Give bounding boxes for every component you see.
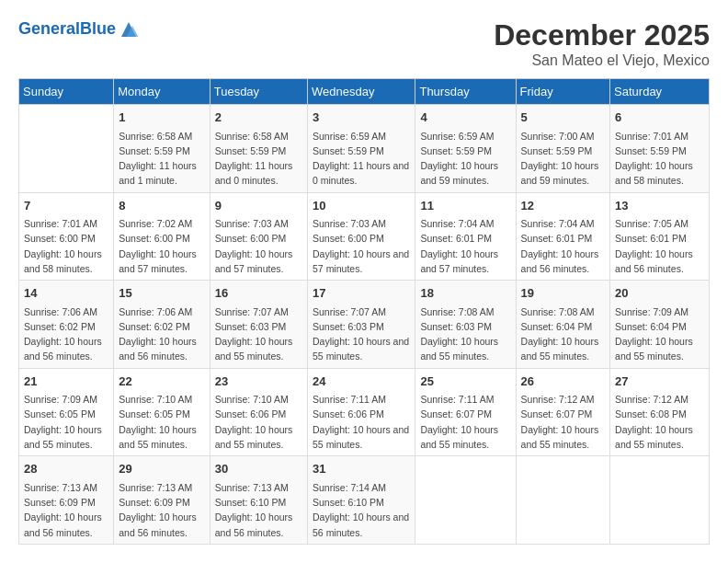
calendar-table: SundayMondayTuesdayWednesdayThursdayFrid… — [18, 78, 710, 545]
calendar-cell: 7Sunrise: 7:01 AMSunset: 6:00 PMDaylight… — [19, 192, 114, 281]
day-number: 26 — [521, 373, 606, 391]
day-number: 1 — [119, 109, 204, 127]
calendar-cell: 18Sunrise: 7:08 AMSunset: 6:03 PMDayligh… — [415, 281, 516, 369]
calendar-cell — [19, 105, 114, 193]
day-info: Sunrise: 7:04 AMSunset: 6:01 PMDaylight:… — [420, 216, 510, 276]
day-number: 18 — [420, 284, 510, 303]
calendar-cell: 6Sunrise: 7:01 AMSunset: 5:59 PMDaylight… — [610, 105, 710, 193]
day-number: 23 — [215, 373, 302, 391]
calendar-cell — [415, 456, 516, 545]
calendar-cell: 22Sunrise: 7:10 AMSunset: 6:05 PMDayligh… — [114, 368, 210, 456]
header-day-wednesday: Wednesday — [308, 79, 415, 105]
header-day-sunday: Sunday — [19, 79, 114, 105]
calendar-cell: 3Sunrise: 6:59 AMSunset: 5:59 PMDaylight… — [308, 105, 415, 193]
calendar-header-row: SundayMondayTuesdayWednesdayThursdayFrid… — [19, 79, 710, 105]
day-info: Sunrise: 7:08 AMSunset: 6:04 PMDaylight:… — [521, 304, 606, 364]
calendar-cell: 12Sunrise: 7:04 AMSunset: 6:01 PMDayligh… — [516, 192, 610, 281]
calendar-cell — [516, 456, 610, 545]
calendar-cell: 10Sunrise: 7:03 AMSunset: 6:00 PMDayligh… — [308, 192, 415, 281]
day-number: 24 — [313, 373, 410, 391]
day-number: 2 — [215, 109, 302, 127]
day-info: Sunrise: 7:06 AMSunset: 6:02 PMDaylight:… — [24, 304, 108, 364]
day-info: Sunrise: 7:03 AMSunset: 6:00 PMDaylight:… — [215, 216, 302, 276]
calendar-cell: 13Sunrise: 7:05 AMSunset: 6:01 PMDayligh… — [610, 192, 710, 281]
header-day-tuesday: Tuesday — [210, 79, 307, 105]
day-info: Sunrise: 7:10 AMSunset: 6:05 PMDaylight:… — [119, 392, 204, 452]
day-number: 30 — [215, 460, 302, 478]
calendar-cell: 4Sunrise: 6:59 AMSunset: 5:59 PMDaylight… — [415, 105, 516, 193]
day-info: Sunrise: 7:10 AMSunset: 6:06 PMDaylight:… — [215, 392, 302, 452]
calendar-cell: 23Sunrise: 7:10 AMSunset: 6:06 PMDayligh… — [210, 368, 307, 456]
day-number: 28 — [24, 460, 108, 478]
logo-icon — [118, 18, 140, 40]
week-row-1: 1Sunrise: 6:58 AMSunset: 5:59 PMDaylight… — [19, 105, 710, 193]
week-row-3: 14Sunrise: 7:06 AMSunset: 6:02 PMDayligh… — [19, 281, 710, 369]
calendar-cell: 14Sunrise: 7:06 AMSunset: 6:02 PMDayligh… — [19, 281, 114, 369]
day-number: 31 — [313, 460, 410, 478]
day-info: Sunrise: 7:11 AMSunset: 6:07 PMDaylight:… — [420, 392, 510, 452]
day-number: 11 — [420, 197, 510, 215]
day-number: 13 — [615, 197, 704, 215]
title-block: December 2025 San Mateo el Viejo, Mexico — [494, 18, 710, 69]
day-info: Sunrise: 7:07 AMSunset: 6:03 PMDaylight:… — [215, 304, 302, 364]
day-number: 17 — [313, 284, 410, 303]
day-info: Sunrise: 7:01 AMSunset: 6:00 PMDaylight:… — [24, 216, 108, 276]
location: San Mateo el Viejo, Mexico — [494, 52, 710, 69]
day-info: Sunrise: 7:04 AMSunset: 6:01 PMDaylight:… — [521, 216, 606, 276]
day-info: Sunrise: 6:58 AMSunset: 5:59 PMDaylight:… — [119, 129, 204, 189]
day-number: 10 — [313, 197, 410, 215]
day-number: 21 — [24, 373, 108, 391]
calendar-cell: 2Sunrise: 6:58 AMSunset: 5:59 PMDaylight… — [210, 105, 307, 193]
day-info: Sunrise: 7:00 AMSunset: 5:59 PMDaylight:… — [521, 129, 606, 189]
day-number: 16 — [215, 284, 302, 303]
calendar-cell: 25Sunrise: 7:11 AMSunset: 6:07 PMDayligh… — [415, 368, 516, 456]
calendar-cell: 24Sunrise: 7:11 AMSunset: 6:06 PMDayligh… — [308, 368, 415, 456]
day-info: Sunrise: 7:13 AMSunset: 6:09 PMDaylight:… — [119, 480, 204, 540]
month-title: December 2025 — [494, 18, 710, 52]
day-number: 14 — [24, 284, 108, 303]
header-day-friday: Friday — [516, 79, 610, 105]
calendar-cell — [610, 456, 710, 545]
day-number: 6 — [615, 109, 704, 127]
week-row-5: 28Sunrise: 7:13 AMSunset: 6:09 PMDayligh… — [19, 456, 710, 545]
header-day-monday: Monday — [114, 79, 210, 105]
day-info: Sunrise: 6:59 AMSunset: 5:59 PMDaylight:… — [420, 129, 510, 189]
header-day-saturday: Saturday — [610, 79, 710, 105]
calendar-cell: 16Sunrise: 7:07 AMSunset: 6:03 PMDayligh… — [210, 281, 307, 369]
page-header: GeneralBlue December 2025 San Mateo el V… — [18, 18, 710, 69]
day-info: Sunrise: 7:02 AMSunset: 6:00 PMDaylight:… — [119, 216, 204, 276]
day-info: Sunrise: 7:13 AMSunset: 6:09 PMDaylight:… — [24, 480, 108, 540]
day-number: 15 — [119, 284, 204, 303]
day-number: 9 — [215, 197, 302, 215]
day-number: 25 — [420, 373, 510, 391]
day-number: 12 — [521, 197, 606, 215]
calendar-cell: 20Sunrise: 7:09 AMSunset: 6:04 PMDayligh… — [610, 281, 710, 369]
day-info: Sunrise: 7:08 AMSunset: 6:03 PMDaylight:… — [420, 304, 510, 364]
calendar-cell: 28Sunrise: 7:13 AMSunset: 6:09 PMDayligh… — [19, 456, 114, 545]
day-info: Sunrise: 7:06 AMSunset: 6:02 PMDaylight:… — [119, 304, 204, 364]
day-number: 19 — [521, 284, 606, 303]
day-number: 3 — [313, 109, 410, 127]
day-number: 7 — [24, 197, 108, 215]
logo-text: GeneralBlue — [18, 19, 116, 40]
header-day-thursday: Thursday — [415, 79, 516, 105]
calendar-cell: 1Sunrise: 6:58 AMSunset: 5:59 PMDaylight… — [114, 105, 210, 193]
calendar-cell: 17Sunrise: 7:07 AMSunset: 6:03 PMDayligh… — [308, 281, 415, 369]
calendar-cell: 29Sunrise: 7:13 AMSunset: 6:09 PMDayligh… — [114, 456, 210, 545]
day-number: 5 — [521, 109, 606, 127]
calendar-cell: 26Sunrise: 7:12 AMSunset: 6:07 PMDayligh… — [516, 368, 610, 456]
day-info: Sunrise: 7:07 AMSunset: 6:03 PMDaylight:… — [313, 304, 410, 364]
calendar-cell: 11Sunrise: 7:04 AMSunset: 6:01 PMDayligh… — [415, 192, 516, 281]
calendar-cell: 31Sunrise: 7:14 AMSunset: 6:10 PMDayligh… — [308, 456, 415, 545]
calendar-cell: 15Sunrise: 7:06 AMSunset: 6:02 PMDayligh… — [114, 281, 210, 369]
day-info: Sunrise: 7:03 AMSunset: 6:00 PMDaylight:… — [313, 216, 410, 276]
calendar-cell: 8Sunrise: 7:02 AMSunset: 6:00 PMDaylight… — [114, 192, 210, 281]
day-number: 27 — [615, 373, 704, 391]
calendar-cell: 19Sunrise: 7:08 AMSunset: 6:04 PMDayligh… — [516, 281, 610, 369]
calendar-cell: 21Sunrise: 7:09 AMSunset: 6:05 PMDayligh… — [19, 368, 114, 456]
day-info: Sunrise: 7:12 AMSunset: 6:07 PMDaylight:… — [521, 392, 606, 452]
day-info: Sunrise: 7:09 AMSunset: 6:04 PMDaylight:… — [615, 304, 704, 364]
week-row-2: 7Sunrise: 7:01 AMSunset: 6:00 PMDaylight… — [19, 192, 710, 281]
calendar-cell: 30Sunrise: 7:13 AMSunset: 6:10 PMDayligh… — [210, 456, 307, 545]
calendar-cell: 9Sunrise: 7:03 AMSunset: 6:00 PMDaylight… — [210, 192, 307, 281]
